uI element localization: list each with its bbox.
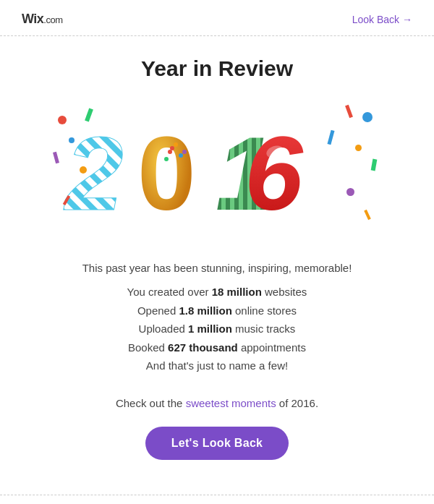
svg-text:0: 0 <box>137 115 196 232</box>
year-2016-svg: 2 0 1 6 <box>43 94 391 246</box>
cta-button[interactable]: Let's Look Back <box>145 427 289 460</box>
svg-point-6 <box>170 146 174 150</box>
confetti-5 <box>80 166 87 174</box>
check-suffix: of 2016. <box>276 397 318 409</box>
logo-com: .com <box>43 14 62 25</box>
look-back-link[interactable]: Look Back → <box>352 14 412 25</box>
svg-point-8 <box>164 157 169 161</box>
check-line: Check out the sweetest moments of 2016. <box>116 397 318 409</box>
svg-point-9 <box>174 142 178 147</box>
stat-line-5: And that's just to name a few! <box>82 356 352 375</box>
page-title: Year in Review <box>141 56 293 81</box>
stat-line-3: Uploaded 1 million music tracks <box>82 320 352 338</box>
stat-line-2: Opened 1.8 million online stores <box>82 302 352 320</box>
confetti-11 <box>346 188 354 196</box>
confetti-1 <box>58 116 67 124</box>
header: Wix.com Look Back → <box>0 0 434 36</box>
stat-line-4: Booked 627 thousand appointments <box>82 338 352 357</box>
confetti-7 <box>362 112 373 122</box>
svg-point-10 <box>182 150 187 154</box>
email-container: Wix.com Look Back → Year in Review <box>0 0 434 504</box>
confetti-2 <box>69 137 75 143</box>
svg-text:2: 2 <box>63 115 124 232</box>
svg-text:6: 6 <box>244 115 304 232</box>
logo: Wix.com <box>22 12 63 27</box>
check-prefix: Check out the <box>116 397 186 409</box>
stat-line-1: You created over 18 million websites <box>82 283 352 302</box>
stats-section: This past year has been stunning, inspir… <box>82 262 352 375</box>
logo-wix: Wix <box>22 12 43 26</box>
sweetest-moments-link[interactable]: sweetest moments <box>186 397 276 409</box>
footer: Stay up to date with our latest news & f… <box>0 495 434 505</box>
illustration-area: 2 0 1 6 <box>43 94 391 246</box>
svg-point-7 <box>179 153 183 158</box>
main-content: Year in Review <box>0 36 434 495</box>
svg-point-11 <box>168 150 172 154</box>
tagline: This past year has been stunning, inspir… <box>82 262 352 274</box>
confetti-9 <box>355 145 362 151</box>
